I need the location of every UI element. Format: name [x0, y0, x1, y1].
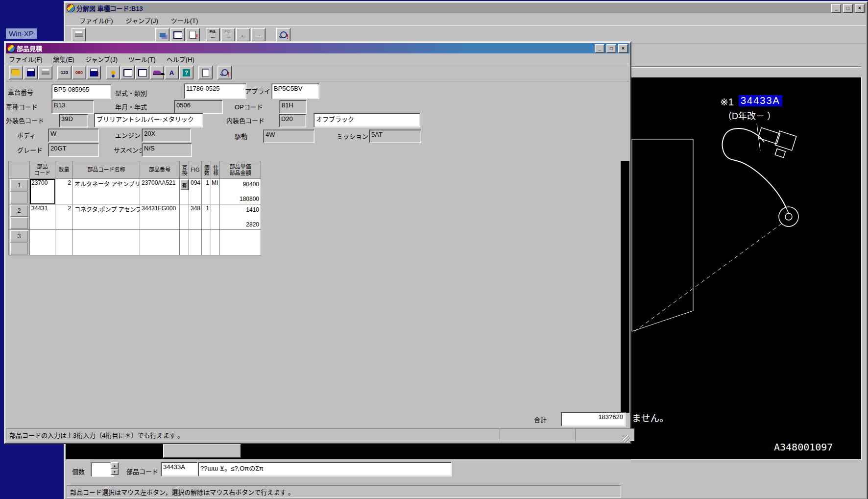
save-button[interactable]	[24, 66, 38, 79]
body-label: ボディ	[17, 130, 36, 140]
calculator-button[interactable]	[198, 66, 213, 79]
desktop-icon-winxp[interactable]: Win-XP	[6, 28, 37, 39]
resize-grip[interactable]	[623, 435, 629, 442]
grid-view-button[interactable]	[121, 66, 135, 79]
menu-help[interactable]: ヘルプ(H)	[167, 54, 194, 64]
cell-part-number[interactable]: 23700AA521	[140, 179, 180, 204]
cell-spec[interactable]: MI	[211, 179, 220, 204]
preview-button[interactable]: !	[276, 28, 290, 42]
mitsumori-titlebar[interactable]: 部品見積 _ □ ×	[6, 43, 629, 53]
close-button[interactable]: ×	[618, 44, 628, 53]
fig-forward-icon: →	[225, 33, 231, 40]
print-button[interactable]	[72, 28, 86, 42]
menu-file[interactable]: ファイル(F)	[79, 16, 113, 25]
vin-field[interactable]: BP5-085965	[51, 84, 111, 99]
cell-fig[interactable]: 348	[189, 204, 202, 230]
minimize-button[interactable]: _	[831, 4, 841, 13]
cell-qty[interactable]: 2	[55, 204, 73, 230]
sensor-cable	[723, 128, 786, 207]
col-row-header	[9, 161, 30, 179]
fig-view-button[interactable]	[135, 66, 149, 79]
selected-part-code[interactable]: 34433A	[739, 95, 782, 106]
bunkaizu-titlebar[interactable]: 分解図 車種コード:B13 _ □ ×	[66, 3, 866, 13]
save-edit-button[interactable]: !	[87, 66, 101, 79]
cell-compat[interactable]	[180, 204, 189, 230]
car-search-button[interactable]	[150, 66, 164, 79]
cell-count[interactable]: 1	[202, 179, 211, 204]
ext-color-desc-field: ブリリアントシルバー-メタリック	[94, 113, 203, 127]
model-field[interactable]: 11786-0525	[184, 83, 246, 99]
cell-fig[interactable]	[189, 230, 202, 255]
stepper-down-icon[interactable]: ▼	[111, 469, 119, 475]
cell-part-name[interactable]: コネクタ,ポンプ アセンブリ	[73, 204, 140, 230]
cell-part-code[interactable]: 34431	[30, 204, 55, 230]
cell-price[interactable]	[220, 230, 261, 255]
customer-button[interactable]	[106, 66, 120, 79]
cell-part-number[interactable]	[140, 230, 180, 255]
cell-part-name[interactable]: オルタネータ アセンブリ	[73, 179, 140, 204]
menu-tool[interactable]: ツール(T)	[128, 54, 156, 64]
preview-button[interactable]: !	[217, 66, 232, 79]
nav-back-button[interactable]: ←	[236, 28, 250, 42]
cell-part-number[interactable]: 34431FG000	[140, 204, 180, 230]
cell-count[interactable]	[202, 230, 211, 255]
cell-qty[interactable]	[55, 230, 73, 255]
open-button[interactable]	[9, 66, 23, 79]
cell-compat[interactable]	[180, 230, 189, 255]
menu-jump[interactable]: ジャンプ(J)	[126, 16, 158, 25]
menu-file[interactable]: ファイル(F)	[9, 54, 43, 64]
renumber-000-icon: 000	[75, 70, 83, 75]
cell-part-name[interactable]	[73, 230, 140, 255]
mitsumori-statusbar: 部品コードの入力は上3桁入力（4桁目に＊）でも行えます 。	[6, 428, 504, 441]
cell-qty[interactable]: 2	[55, 179, 73, 204]
applied-field[interactable]: BP5C5BV	[271, 83, 319, 99]
print-button[interactable]	[38, 66, 52, 79]
magnifier-icon	[221, 69, 228, 76]
check-numbers-button[interactable]: 123	[57, 66, 72, 79]
menu-edit[interactable]: 編集(E)	[53, 54, 74, 64]
part-code-input[interactable]: 34433A	[161, 462, 198, 476]
help-button[interactable]: ?	[179, 66, 193, 79]
cell-count[interactable]: 1	[202, 204, 211, 230]
cell-fig[interactable]: 094	[189, 179, 202, 204]
suspension-field: N/S	[142, 143, 192, 157]
calculator-icon	[202, 69, 209, 77]
maximize-button[interactable]: □	[606, 44, 616, 53]
part-name-field[interactable]: ??ɯɯ ⊻。≤?,OπのΣπ	[198, 462, 452, 476]
cell-spec[interactable]	[211, 230, 220, 255]
cell-price[interactable]: 14102820	[220, 204, 261, 230]
qty-stepper[interactable]: ▲ ▼	[111, 462, 119, 475]
row-select-button[interactable]: 3	[9, 230, 30, 255]
nav-forward-button[interactable]: →	[251, 28, 265, 42]
fig-window-button[interactable]	[170, 28, 185, 42]
maximize-button[interactable]: □	[843, 4, 853, 13]
close-button[interactable]: ×	[855, 4, 865, 13]
fig-window-icon	[138, 69, 147, 76]
stepper-up-icon[interactable]: ▲	[111, 462, 119, 469]
font-button[interactable]: A	[165, 66, 179, 79]
row-select-button[interactable]: 2	[9, 204, 30, 230]
cell-part-code[interactable]: 23700	[30, 179, 55, 204]
compat-button[interactable]: 有	[180, 179, 189, 190]
scrollbar-thumb[interactable]	[163, 444, 241, 458]
menu-tool[interactable]: ツール(T)	[171, 16, 198, 25]
cell-compat[interactable]: 有	[180, 179, 189, 204]
fig-forward-button[interactable]: FIG.→	[221, 28, 235, 42]
mission-label: ミッション	[337, 131, 368, 141]
doc-warning-button[interactable]: !	[186, 28, 200, 42]
car-code-label: 車種コード	[6, 102, 38, 111]
renumber-button[interactable]: 000	[72, 66, 86, 79]
cell-price[interactable]: 90400180800	[220, 179, 261, 204]
fig-back-button[interactable]: FIG.←	[206, 28, 220, 42]
int-color-desc-field: オフブラック	[313, 113, 420, 127]
minimize-button[interactable]: _	[595, 44, 604, 53]
cell-spec[interactable]	[211, 204, 220, 230]
window-swap-button[interactable]	[155, 28, 169, 42]
warning-icon: !	[287, 33, 289, 40]
ref-marker: ※1	[720, 96, 734, 108]
cell-part-code[interactable]	[30, 230, 55, 255]
help-icon: ?	[183, 69, 190, 76]
row-select-button[interactable]: 1	[9, 179, 30, 204]
menu-jump[interactable]: ジャンプ(J)	[85, 54, 118, 64]
statusbar-segment	[500, 428, 579, 441]
